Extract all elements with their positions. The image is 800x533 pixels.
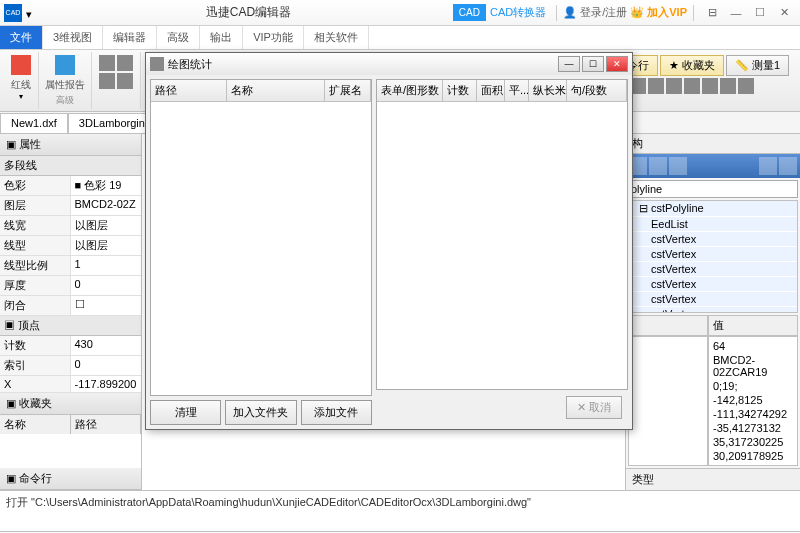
tab-output[interactable]: 输出 — [200, 26, 243, 49]
polyline-category: 多段线 — [0, 156, 141, 176]
left-pane: ▣属性 多段线 色彩■ 色彩 19 图层BMCD2-02Z 线宽以图层 线型以图… — [0, 134, 142, 490]
add-folder-button[interactable]: 加入文件夹 — [225, 400, 296, 425]
tool-icon[interactable] — [720, 78, 736, 94]
value-item: 64 — [713, 339, 793, 353]
redline-icon[interactable] — [11, 55, 31, 75]
app-icon: CAD — [4, 4, 22, 22]
tab-editor[interactable]: 编辑器 — [103, 26, 157, 49]
tab-advanced[interactable]: 高级 — [157, 26, 200, 49]
struct-tool-icon[interactable] — [779, 157, 797, 175]
settings-icon[interactable]: ⊟ — [700, 3, 724, 23]
col-sheets[interactable]: 表单/图形数 — [377, 80, 443, 101]
dialog-icon — [150, 57, 164, 71]
structure-tree[interactable]: ⊟ cstPolyline EedList cstVertex cstVerte… — [628, 200, 798, 313]
tool-icon[interactable] — [684, 78, 700, 94]
prop-row: 闭合☐ — [0, 296, 141, 316]
props-report-icon[interactable] — [55, 55, 75, 75]
fav-col-name[interactable]: 名称 — [0, 415, 71, 434]
measure-button[interactable]: 📏测量1 — [726, 55, 789, 76]
type-label: 类型 — [626, 468, 800, 490]
fav-col-path[interactable]: 路径 — [71, 415, 142, 434]
ribbon-group-redline: 红线 ▾ — [4, 52, 39, 109]
dialog-right-grid[interactable]: 表单/图形数 计数 面积 平... 纵长米 句/段数 — [376, 79, 628, 390]
dialog-right-pane: 表单/图形数 计数 面积 平... 纵长米 句/段数 ✕取消 — [376, 79, 628, 425]
struct-tool-icon[interactable] — [649, 157, 667, 175]
struct-tool-icon[interactable] — [669, 157, 687, 175]
tool-icon[interactable] — [99, 55, 115, 71]
tool-icon[interactable] — [99, 73, 115, 89]
value-item: 35,317230225 — [713, 435, 793, 449]
tab-3d[interactable]: 3维视图 — [43, 26, 103, 49]
prop-row: 厚度0 — [0, 276, 141, 296]
properties-header: ▣属性 — [0, 134, 141, 156]
prop-row: 索引0 — [0, 356, 141, 376]
dialog-close-icon[interactable]: ✕ — [606, 56, 628, 72]
struct-tool-icon[interactable] — [759, 157, 777, 175]
tree-item[interactable]: cstVertex — [629, 277, 797, 292]
app-title: 迅捷CAD编辑器 — [44, 4, 453, 21]
col-length[interactable]: 纵长米 — [529, 80, 567, 101]
vertex-category: ▣ 顶点 — [0, 316, 141, 336]
vip-button[interactable]: 👑加入VIP — [627, 5, 687, 20]
value-item: -142,8125 — [713, 393, 793, 407]
structure-header: 构 — [626, 134, 800, 154]
clear-button[interactable]: 清理 — [150, 400, 221, 425]
col-ext[interactable]: 扩展名 — [325, 80, 371, 101]
ribbon-group-props: 属性报告 高级 — [39, 52, 92, 109]
col-segments[interactable]: 句/段数 — [567, 80, 627, 101]
prop-row: 线宽以图层 — [0, 216, 141, 236]
prop-row: 色彩■ 色彩 19 — [0, 176, 141, 196]
favorites-header: ▣收藏夹 — [0, 393, 141, 415]
prop-row: 线型比例1 — [0, 256, 141, 276]
col-avg[interactable]: 平... — [505, 80, 529, 101]
col-count[interactable]: 计数 — [443, 80, 477, 101]
tool-icon[interactable] — [648, 78, 664, 94]
dialog-title: 绘图统计 — [168, 57, 556, 72]
col-path[interactable]: 路径 — [151, 80, 227, 101]
doc-tab-new1[interactable]: New1.dxf — [0, 113, 68, 133]
minimize-icon[interactable]: — — [724, 3, 748, 23]
close-icon[interactable]: ✕ — [772, 3, 796, 23]
structure-toolbar — [626, 154, 800, 178]
tool-icon[interactable] — [117, 73, 133, 89]
tool-icon[interactable] — [117, 55, 133, 71]
maximize-icon[interactable]: ☐ — [748, 3, 772, 23]
dialog-minimize-icon[interactable]: — — [558, 56, 580, 72]
tab-vip[interactable]: VIP功能 — [243, 26, 304, 49]
dialog-left-grid[interactable]: 路径 名称 扩展名 — [150, 79, 372, 396]
cmdline-header: ▣命令行 — [0, 468, 141, 490]
cad-converter-link[interactable]: CAD转换器 — [486, 2, 550, 23]
tool-icon[interactable] — [738, 78, 754, 94]
dialog-maximize-icon[interactable]: ☐ — [582, 56, 604, 72]
add-file-button[interactable]: 添加文件 — [301, 400, 372, 425]
tree-item[interactable]: cstVertex — [629, 262, 797, 277]
tree-item[interactable]: cstVertex — [629, 232, 797, 247]
tree-item[interactable]: cstVertex — [629, 292, 797, 307]
dialog-titlebar[interactable]: 绘图统计 — ☐ ✕ — [146, 53, 632, 75]
fav-button[interactable]: ★收藏夹 — [660, 55, 724, 76]
prop-row: 计数430 — [0, 336, 141, 356]
right-pane: 构 olyline ⊟ cstPolyline EedList cstVerte… — [625, 134, 800, 490]
value-item: -111,34274292 — [713, 407, 793, 421]
structure-select[interactable]: olyline — [628, 180, 798, 198]
tree-root[interactable]: ⊟ cstPolyline — [629, 201, 797, 217]
tree-item[interactable]: cstVertex — [629, 307, 797, 313]
tool-icon[interactable] — [702, 78, 718, 94]
tab-related[interactable]: 相关软件 — [304, 26, 369, 49]
login-button[interactable]: 👤登录/注册 — [563, 5, 627, 20]
tree-item[interactable]: cstVertex — [629, 247, 797, 262]
favorites-columns: 名称 路径 — [0, 415, 141, 434]
menu-dropdown-icon[interactable]: ▾ — [26, 8, 36, 18]
cancel-button[interactable]: ✕取消 — [566, 396, 622, 419]
tree-item[interactable]: EedList — [629, 217, 797, 232]
value-item: BMCD2-02ZCAR19 — [713, 353, 793, 379]
dialog-left-pane: 路径 名称 扩展名 清理 加入文件夹 添加文件 — [150, 79, 372, 425]
col-area[interactable]: 面积 — [477, 80, 505, 101]
prop-row: 图层BMCD2-02Z — [0, 196, 141, 216]
tab-file[interactable]: 文件 — [0, 26, 43, 49]
tool-icon[interactable] — [666, 78, 682, 94]
titlebar: CAD ▾ 迅捷CAD编辑器 CAD CAD转换器 👤登录/注册 👑加入VIP … — [0, 0, 800, 26]
value-list: 64 BMCD2-02ZCAR19 0;19; -142,8125 -111,3… — [708, 336, 798, 466]
ribbon-group-tools1 — [92, 52, 141, 109]
col-name[interactable]: 名称 — [227, 80, 325, 101]
